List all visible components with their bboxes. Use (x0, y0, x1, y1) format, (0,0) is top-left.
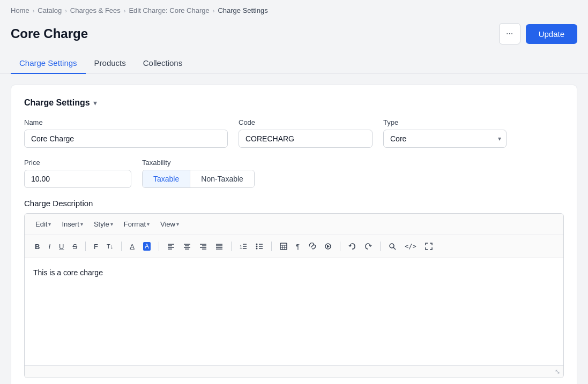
breadcrumb-sep-4: › (213, 7, 215, 14)
toolbar-sep-5 (271, 242, 272, 251)
table-button[interactable] (276, 240, 291, 253)
media-button[interactable] (321, 240, 336, 253)
search-replace-button[interactable] (385, 240, 400, 253)
link-button[interactable] (304, 240, 319, 253)
font-size-button[interactable]: T↓ (103, 240, 117, 252)
price-taxability-row: Price Taxability Taxable Non-Taxable (24, 159, 564, 188)
code-label: Code (239, 118, 373, 126)
content-area: Charge Settings ▾ Name Code Type Co (0, 74, 588, 384)
highlight-color-button[interactable]: A (139, 239, 154, 253)
type-group: Type Core Fee Surcharge ▾ (383, 118, 507, 148)
breadcrumb: Home › Catalog › Charges & Fees › Edit C… (0, 0, 588, 19)
undo-button[interactable] (345, 240, 360, 253)
align-group (163, 240, 227, 253)
more-button[interactable]: ··· (499, 23, 520, 44)
tab-collections[interactable]: Collections (135, 53, 191, 74)
insert-menu-button[interactable]: Insert ▾ (57, 218, 87, 230)
editor-content: This is a core charge (33, 268, 103, 277)
tab-charge-settings[interactable]: Charge Settings (11, 53, 86, 74)
taxability-buttons: Taxable Non-Taxable (142, 170, 255, 188)
svg-line-33 (393, 247, 396, 250)
insert-menu-arrow-icon: ▾ (80, 221, 83, 227)
code-button[interactable]: </> (401, 240, 420, 253)
settings-card: Charge Settings ▾ Name Code Type Co (11, 85, 577, 384)
editor-body[interactable]: This is a core charge (25, 258, 563, 365)
fullscreen-button[interactable] (421, 240, 436, 253)
svg-point-32 (390, 244, 394, 248)
name-code-type-row: Name Code Type Core Fee Surcharge (24, 118, 564, 148)
font-button[interactable]: F (90, 240, 102, 253)
type-select-wrapper: Core Fee Surcharge ▾ (383, 130, 507, 148)
align-left-button[interactable] (163, 240, 178, 253)
tab-products[interactable]: Products (86, 53, 135, 74)
bold-button[interactable]: B (31, 240, 43, 253)
breadcrumb-sep-3: › (124, 7, 126, 14)
breadcrumb-catalog[interactable]: Catalog (38, 6, 62, 14)
format-menu-arrow-icon: ▾ (147, 221, 150, 227)
toolbar-sep-6 (340, 242, 340, 251)
name-group: Name (24, 118, 228, 148)
redo-button[interactable] (361, 240, 376, 253)
text-color-button[interactable]: A (126, 240, 138, 253)
align-center-button[interactable] (180, 240, 195, 253)
update-button[interactable]: Update (526, 24, 577, 44)
view-menu-arrow-icon: ▾ (176, 221, 179, 227)
code-input[interactable] (239, 130, 373, 148)
type-label: Type (383, 118, 507, 126)
toolbar-sep-2 (121, 242, 122, 251)
charge-desc-label: Charge Description (24, 199, 564, 208)
align-right-button[interactable] (196, 240, 211, 253)
unordered-list-button[interactable] (252, 240, 267, 253)
page-wrapper: Home › Catalog › Charges & Fees › Edit C… (0, 0, 588, 384)
svg-point-20 (256, 244, 257, 245)
style-menu-arrow-icon: ▾ (110, 221, 113, 227)
price-group: Price (24, 159, 131, 188)
name-label: Name (24, 118, 228, 126)
paragraph-button[interactable]: ¶ (292, 240, 303, 253)
chevron-down-icon: ▾ (93, 99, 97, 107)
taxability-label: Taxability (142, 159, 564, 167)
edit-menu-arrow-icon: ▾ (48, 221, 51, 227)
editor-icon-toolbar: B I U S F T↓ A (25, 235, 563, 258)
charge-description-section: Charge Description Edit ▾ Insert ▾ (24, 199, 564, 378)
text-format-group: B I U S (31, 240, 81, 253)
editor-container: Edit ▾ Insert ▾ Style ▾ Format (24, 213, 564, 378)
svg-point-21 (256, 246, 257, 247)
price-label: Price (24, 159, 131, 167)
color-group: A A (126, 239, 154, 253)
taxability-group: Taxability Taxable Non-Taxable (142, 159, 564, 188)
italic-button[interactable]: I (44, 240, 54, 253)
breadcrumb-home[interactable]: Home (11, 6, 29, 14)
editor-toolbar: Edit ▾ Insert ▾ Style ▾ Format (25, 214, 563, 235)
toolbar-sep-4 (231, 242, 232, 251)
underline-button[interactable]: U (55, 240, 68, 253)
section-title: Charge Settings (24, 98, 90, 108)
breadcrumb-sep-1: › (33, 7, 35, 14)
format-menu-button[interactable]: Format ▾ (120, 218, 154, 230)
align-justify-button[interactable] (212, 240, 227, 253)
type-select[interactable]: Core Fee Surcharge (383, 130, 507, 148)
view-menu-button[interactable]: View ▾ (156, 218, 183, 230)
non-taxable-button[interactable]: Non-Taxable (190, 170, 254, 187)
breadcrumb-charges[interactable]: Charges & Fees (70, 6, 121, 14)
breadcrumb-current: Charge Settings (218, 6, 267, 14)
taxable-button[interactable]: Taxable (143, 170, 190, 187)
editor-resize-area: ⤡ (25, 365, 563, 378)
code-group: Code (239, 118, 373, 148)
breadcrumb-edit[interactable]: Edit Charge: Core Charge (129, 6, 209, 14)
list-group: 1. (236, 240, 267, 253)
section-header: Charge Settings ▾ (24, 98, 564, 108)
strikethrough-button[interactable]: S (69, 240, 81, 253)
name-input[interactable] (24, 130, 228, 148)
breadcrumb-sep-2: › (65, 7, 67, 14)
ordered-list-button[interactable]: 1. (236, 240, 251, 253)
toolbar-sep-7 (380, 242, 381, 251)
style-menu-button[interactable]: Style ▾ (90, 218, 117, 230)
insert-group: ¶ (276, 240, 336, 253)
header-actions: ··· Update (499, 23, 577, 44)
svg-point-22 (256, 248, 257, 250)
extra-group: </> (385, 240, 436, 253)
resize-handle-icon[interactable]: ⤡ (555, 368, 560, 375)
edit-menu-button[interactable]: Edit ▾ (31, 218, 55, 230)
price-input[interactable] (24, 170, 131, 188)
